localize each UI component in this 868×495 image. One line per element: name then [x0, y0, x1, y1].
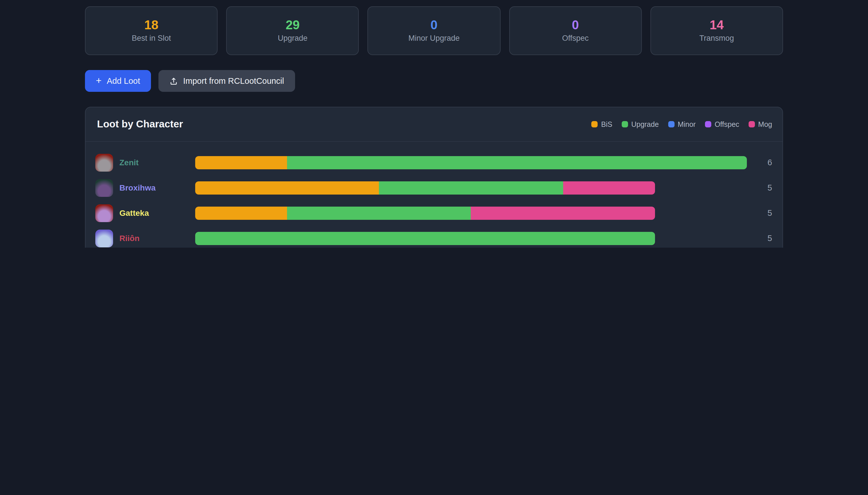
- plus-icon: +: [96, 76, 102, 86]
- character-avatar: [95, 154, 113, 171]
- loot-bar-segment-bis: [195, 156, 287, 169]
- stat-card-best-in-slot: 18Best in Slot: [85, 6, 218, 55]
- loot-stats-row: 18Best in Slot29Upgrade0Minor Upgrade0Of…: [85, 6, 783, 55]
- legend-swatch-bis: [591, 121, 598, 127]
- stat-card-upgrade: 29Upgrade: [226, 6, 359, 55]
- legend-label: Offspec: [715, 120, 739, 128]
- loot-bar-segment-upgrade: [287, 156, 747, 169]
- loot-bar-segment-bis: [195, 181, 379, 194]
- legend-label: Minor: [678, 120, 696, 128]
- stat-card-minor-upgrade: 0Minor Upgrade: [368, 6, 500, 55]
- legend-item-bis[interactable]: BiS: [591, 120, 612, 128]
- chart-legend: BiSUpgradeMinorOffspecMog: [591, 120, 772, 128]
- stat-label: Best in Slot: [132, 35, 171, 42]
- stat-card-offspec: 0Offspec: [509, 6, 642, 55]
- legend-label: BiS: [601, 120, 612, 128]
- legend-swatch-minor: [668, 121, 674, 127]
- add-loot-button-label: Add Loot: [107, 76, 140, 86]
- character-row[interactable]: Gatteka5: [95, 200, 772, 225]
- legend-swatch-upgrade: [622, 121, 628, 127]
- stat-value: 0: [430, 19, 438, 32]
- loot-dashboard-page: 18Best in Slot29Upgrade0Minor Upgrade0Of…: [0, 0, 868, 248]
- character-name: Gatteka: [119, 208, 195, 218]
- character-row[interactable]: Riiôn5: [95, 225, 772, 248]
- panel-title: Loot by Character: [97, 118, 183, 130]
- loot-count: 5: [747, 183, 772, 192]
- loot-bar: [195, 232, 655, 245]
- loot-bar-segment-upgrade: [379, 181, 563, 194]
- stat-value: 0: [572, 19, 579, 32]
- app-viewport: 18Best in Slot29Upgrade0Minor Upgrade0Of…: [0, 0, 868, 248]
- legend-swatch-mog: [748, 121, 755, 127]
- loot-bar-segment-mog: [563, 181, 655, 194]
- loot-bar: [195, 156, 747, 169]
- loot-bar: [195, 181, 655, 194]
- loot-count: 5: [747, 234, 772, 243]
- character-avatar: [95, 229, 113, 247]
- legend-item-upgrade[interactable]: Upgrade: [622, 120, 659, 128]
- character-row[interactable]: Broxihwa5: [95, 175, 772, 200]
- import-rclootcouncil-button[interactable]: Import from RCLootCouncil: [158, 70, 295, 92]
- loot-bar-track: [195, 232, 747, 245]
- stat-value: 29: [286, 19, 300, 32]
- loot-bar-segment-upgrade: [287, 206, 471, 220]
- stat-value: 18: [144, 19, 158, 32]
- loot-bar: [195, 206, 655, 220]
- panel-header: Loot by Character BiSUpgradeMinorOffspec…: [86, 107, 782, 142]
- loot-bar-segment-upgrade: [195, 232, 655, 245]
- legend-item-mog[interactable]: Mog: [748, 120, 772, 128]
- add-loot-button[interactable]: + Add Loot: [85, 70, 151, 92]
- character-loot-list: Zenit6Broxihwa5Gatteka5Riiôn5Arahjin5Hat…: [86, 142, 782, 248]
- character-name: Zenit: [119, 158, 195, 167]
- loot-count: 6: [747, 158, 772, 167]
- import-button-label: Import from RCLootCouncil: [183, 76, 284, 86]
- stat-label: Offspec: [562, 35, 589, 42]
- character-row[interactable]: Zenit6: [95, 150, 772, 175]
- legend-label: Mog: [758, 120, 772, 128]
- loot-bar-segment-bis: [195, 206, 287, 220]
- stat-value: 14: [710, 19, 724, 32]
- character-name: Riiôn: [119, 234, 195, 243]
- character-name: Broxihwa: [119, 183, 195, 192]
- loot-bar-track: [195, 206, 747, 220]
- legend-swatch-offspec: [705, 121, 711, 127]
- upload-icon: [169, 76, 178, 85]
- loot-by-character-panel: Loot by Character BiSUpgradeMinorOffspec…: [85, 107, 783, 248]
- loot-bar-track: [195, 181, 747, 194]
- stat-label: Upgrade: [278, 35, 308, 42]
- legend-item-minor[interactable]: Minor: [668, 120, 696, 128]
- loot-actions-row: + Add Loot Import from RCLootCouncil: [85, 70, 868, 92]
- character-avatar: [95, 179, 113, 197]
- loot-count: 5: [747, 208, 772, 218]
- stat-label: Minor Upgrade: [408, 35, 460, 42]
- character-avatar: [95, 204, 113, 222]
- loot-bar-track: [195, 156, 747, 169]
- loot-bar-segment-mog: [471, 206, 655, 220]
- stat-label: Transmog: [699, 35, 734, 42]
- legend-item-offspec[interactable]: Offspec: [705, 120, 739, 128]
- legend-label: Upgrade: [631, 120, 659, 128]
- stat-card-transmog: 14Transmog: [650, 6, 783, 55]
